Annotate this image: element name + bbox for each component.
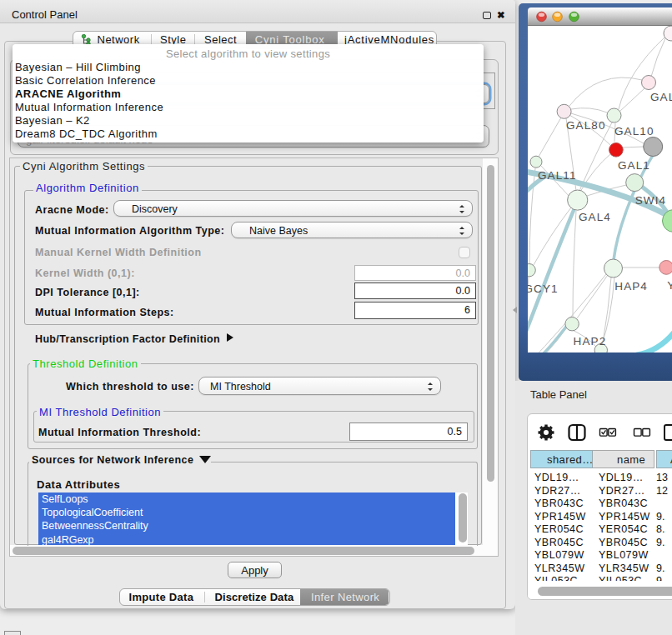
svg-text:HAP4: HAP4 — [614, 280, 648, 292]
svg-text:GAL10: GAL10 — [614, 125, 654, 138]
svg-text:GAL4: GAL4 — [579, 211, 611, 223]
svg-text:GAL11: GAL11 — [538, 169, 577, 182]
svg-text:GAL7: GAL7 — [650, 91, 672, 103]
svg-text:YJL: YJL — [667, 279, 672, 292]
svg-text:SWI4: SWI4 — [635, 194, 666, 207]
svg-text:GCY1: GCY1 — [528, 282, 559, 295]
svg-text:GAL80: GAL80 — [566, 119, 606, 132]
svg-text:HAP2: HAP2 — [574, 335, 607, 348]
svg-text:GAL1: GAL1 — [618, 159, 650, 172]
